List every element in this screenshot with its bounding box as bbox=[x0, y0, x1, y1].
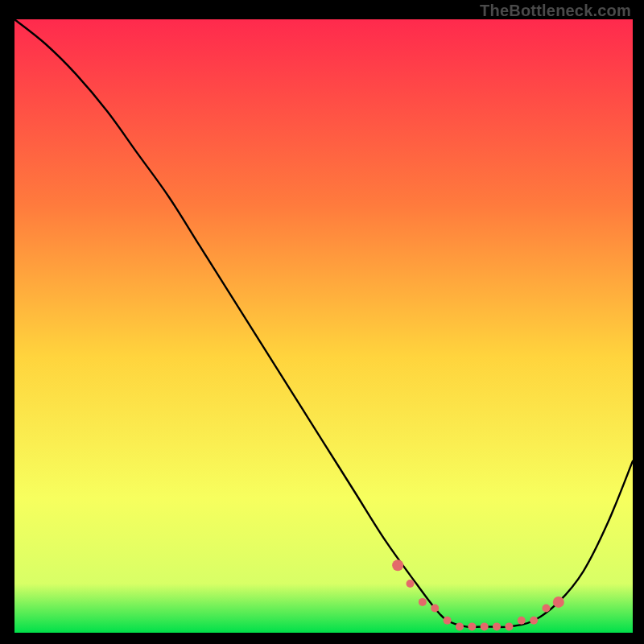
marker-dot bbox=[444, 617, 452, 625]
marker-dot bbox=[392, 559, 403, 571]
marker-dot bbox=[481, 622, 489, 630]
marker-dot bbox=[419, 598, 427, 606]
chart-stage: TheBottleneck.com bbox=[0, 0, 644, 644]
marker-dot bbox=[542, 605, 550, 613]
bottleneck-chart bbox=[0, 0, 644, 644]
marker-dot bbox=[468, 622, 476, 630]
marker-dot bbox=[493, 622, 501, 630]
marker-dot bbox=[505, 622, 513, 630]
marker-dot bbox=[456, 622, 464, 630]
marker-dot bbox=[407, 580, 415, 588]
watermark-text: TheBottleneck.com bbox=[480, 2, 631, 20]
marker-dot bbox=[553, 597, 564, 608]
marker-dot bbox=[431, 605, 439, 613]
marker-dot bbox=[530, 617, 538, 625]
marker-dot bbox=[518, 617, 526, 625]
